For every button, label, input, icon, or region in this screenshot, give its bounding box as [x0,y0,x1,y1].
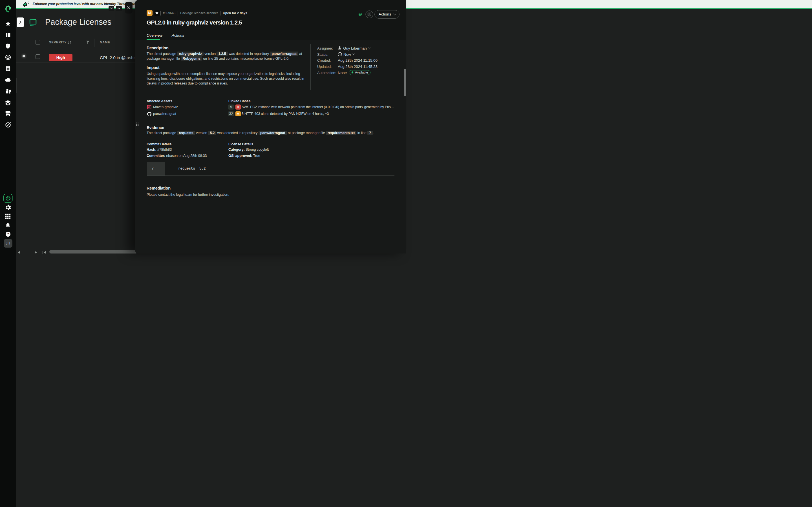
svg-text:?: ? [7,232,9,236]
